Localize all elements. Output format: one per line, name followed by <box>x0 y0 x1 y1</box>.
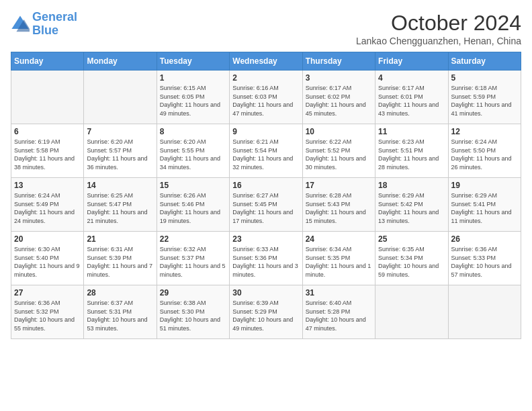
day-number: 3 <box>306 73 372 83</box>
calendar-cell: 20Sunrise: 6:30 AMSunset: 5:40 PMDayligh… <box>11 232 84 285</box>
cell-info: Sunrise: 6:19 AMSunset: 5:58 PMDaylight:… <box>14 138 81 171</box>
calendar-cell: 30Sunrise: 6:39 AMSunset: 5:29 PMDayligh… <box>230 285 302 339</box>
logo-line2: Blue <box>32 24 58 37</box>
day-number: 2 <box>232 73 299 83</box>
day-number: 31 <box>306 288 372 298</box>
day-number: 21 <box>87 234 153 244</box>
calendar-cell: 19Sunrise: 6:29 AMSunset: 5:41 PMDayligh… <box>448 178 521 232</box>
page-header: General Blue October 2024 Lankao Chenggu… <box>11 11 521 46</box>
calendar-cell <box>11 71 84 124</box>
cell-info: Sunrise: 6:18 AMSunset: 5:59 PMDaylight:… <box>451 84 518 118</box>
cell-info: Sunrise: 6:22 AMSunset: 5:52 PMDaylight:… <box>306 138 372 171</box>
calendar-cell: 9Sunrise: 6:21 AMSunset: 5:54 PMDaylight… <box>230 124 302 178</box>
cell-info: Sunrise: 6:26 AMSunset: 5:46 PMDaylight:… <box>160 191 226 225</box>
weekday-header-row: SundayMondayTuesdayWednesdayThursdayFrid… <box>11 52 521 71</box>
calendar-table: SundayMondayTuesdayWednesdayThursdayFrid… <box>11 52 521 339</box>
calendar-cell: 4Sunrise: 6:17 AMSunset: 6:01 PMDaylight… <box>375 71 448 124</box>
logo: General Blue <box>11 11 77 38</box>
cell-info: Sunrise: 6:40 AMSunset: 5:28 PMDaylight:… <box>306 299 372 332</box>
cell-info: Sunrise: 6:33 AMSunset: 5:36 PMDaylight:… <box>232 245 299 279</box>
calendar-cell: 3Sunrise: 6:17 AMSunset: 6:02 PMDaylight… <box>302 71 375 124</box>
cell-info: Sunrise: 6:28 AMSunset: 5:43 PMDaylight:… <box>306 191 372 225</box>
weekday-header-saturday: Saturday <box>448 52 521 71</box>
cell-info: Sunrise: 6:24 AMSunset: 5:50 PMDaylight:… <box>451 138 518 171</box>
calendar-cell: 21Sunrise: 6:31 AMSunset: 5:39 PMDayligh… <box>84 232 157 285</box>
day-number: 23 <box>232 234 299 244</box>
weekday-header-friday: Friday <box>375 52 448 71</box>
weekday-header-thursday: Thursday <box>302 52 375 71</box>
cell-info: Sunrise: 6:38 AMSunset: 5:30 PMDaylight:… <box>160 299 226 332</box>
calendar-cell: 16Sunrise: 6:27 AMSunset: 5:45 PMDayligh… <box>230 178 302 232</box>
day-number: 1 <box>160 73 226 83</box>
calendar-week-row: 20Sunrise: 6:30 AMSunset: 5:40 PMDayligh… <box>11 232 521 285</box>
day-number: 16 <box>232 181 299 190</box>
calendar-cell: 1Sunrise: 6:15 AMSunset: 6:05 PMDaylight… <box>157 71 229 124</box>
cell-info: Sunrise: 6:32 AMSunset: 5:37 PMDaylight:… <box>160 245 226 279</box>
weekday-header-tuesday: Tuesday <box>157 52 229 71</box>
calendar-cell: 12Sunrise: 6:24 AMSunset: 5:50 PMDayligh… <box>448 124 521 178</box>
location: Lankao Chengguanzhen, Henan, China <box>356 36 521 46</box>
calendar-cell: 28Sunrise: 6:37 AMSunset: 5:31 PMDayligh… <box>84 285 157 339</box>
day-number: 29 <box>160 288 226 298</box>
day-number: 5 <box>451 73 518 83</box>
calendar-cell: 22Sunrise: 6:32 AMSunset: 5:37 PMDayligh… <box>157 232 229 285</box>
calendar-cell: 18Sunrise: 6:29 AMSunset: 5:42 PMDayligh… <box>375 178 448 232</box>
cell-info: Sunrise: 6:35 AMSunset: 5:34 PMDaylight:… <box>378 245 445 279</box>
calendar-week-row: 27Sunrise: 6:36 AMSunset: 5:32 PMDayligh… <box>11 285 521 339</box>
day-number: 26 <box>451 234 518 244</box>
cell-info: Sunrise: 6:36 AMSunset: 5:32 PMDaylight:… <box>14 299 81 332</box>
cell-info: Sunrise: 6:17 AMSunset: 6:02 PMDaylight:… <box>306 84 372 118</box>
calendar-week-row: 13Sunrise: 6:24 AMSunset: 5:49 PMDayligh… <box>11 178 521 232</box>
day-number: 18 <box>378 181 445 190</box>
calendar-cell: 15Sunrise: 6:26 AMSunset: 5:46 PMDayligh… <box>157 178 229 232</box>
calendar-week-row: 1Sunrise: 6:15 AMSunset: 6:05 PMDaylight… <box>11 71 521 124</box>
cell-info: Sunrise: 6:17 AMSunset: 6:01 PMDaylight:… <box>378 84 445 118</box>
calendar-cell: 2Sunrise: 6:16 AMSunset: 6:03 PMDaylight… <box>230 71 302 124</box>
calendar-cell: 10Sunrise: 6:22 AMSunset: 5:52 PMDayligh… <box>302 124 375 178</box>
day-number: 15 <box>160 181 226 190</box>
cell-info: Sunrise: 6:27 AMSunset: 5:45 PMDaylight:… <box>232 191 299 225</box>
day-number: 6 <box>14 127 81 136</box>
cell-info: Sunrise: 6:39 AMSunset: 5:29 PMDaylight:… <box>232 299 299 332</box>
day-number: 27 <box>14 288 81 298</box>
cell-info: Sunrise: 6:29 AMSunset: 5:42 PMDaylight:… <box>378 191 445 225</box>
day-number: 12 <box>451 127 518 136</box>
calendar-cell: 26Sunrise: 6:36 AMSunset: 5:33 PMDayligh… <box>448 232 521 285</box>
cell-info: Sunrise: 6:23 AMSunset: 5:51 PMDaylight:… <box>378 138 445 171</box>
day-number: 25 <box>378 234 445 244</box>
calendar-cell: 17Sunrise: 6:28 AMSunset: 5:43 PMDayligh… <box>302 178 375 232</box>
calendar-week-row: 6Sunrise: 6:19 AMSunset: 5:58 PMDaylight… <box>11 124 521 178</box>
cell-info: Sunrise: 6:20 AMSunset: 5:57 PMDaylight:… <box>87 138 153 171</box>
cell-info: Sunrise: 6:21 AMSunset: 5:54 PMDaylight:… <box>232 138 299 171</box>
logo-icon <box>11 15 30 34</box>
calendar-cell: 7Sunrise: 6:20 AMSunset: 5:57 PMDaylight… <box>84 124 157 178</box>
month-title: October 2024 <box>356 11 521 36</box>
calendar-cell <box>448 285 521 339</box>
logo-text: General Blue <box>32 11 77 38</box>
day-number: 10 <box>306 127 372 136</box>
calendar-cell: 24Sunrise: 6:34 AMSunset: 5:35 PMDayligh… <box>302 232 375 285</box>
calendar-cell: 23Sunrise: 6:33 AMSunset: 5:36 PMDayligh… <box>230 232 302 285</box>
calendar-cell <box>84 71 157 124</box>
cell-info: Sunrise: 6:34 AMSunset: 5:35 PMDaylight:… <box>306 245 372 279</box>
day-number: 28 <box>87 288 153 298</box>
calendar-cell: 14Sunrise: 6:25 AMSunset: 5:47 PMDayligh… <box>84 178 157 232</box>
cell-info: Sunrise: 6:36 AMSunset: 5:33 PMDaylight:… <box>451 245 518 279</box>
day-number: 11 <box>378 127 445 136</box>
day-number: 9 <box>232 127 299 136</box>
cell-info: Sunrise: 6:31 AMSunset: 5:39 PMDaylight:… <box>87 245 153 279</box>
calendar-cell: 25Sunrise: 6:35 AMSunset: 5:34 PMDayligh… <box>375 232 448 285</box>
calendar-cell: 31Sunrise: 6:40 AMSunset: 5:28 PMDayligh… <box>302 285 375 339</box>
calendar-cell: 6Sunrise: 6:19 AMSunset: 5:58 PMDaylight… <box>11 124 84 178</box>
cell-info: Sunrise: 6:24 AMSunset: 5:49 PMDaylight:… <box>14 191 81 225</box>
weekday-header-wednesday: Wednesday <box>230 52 302 71</box>
weekday-header-sunday: Sunday <box>11 52 84 71</box>
day-number: 14 <box>87 181 153 190</box>
calendar-cell: 29Sunrise: 6:38 AMSunset: 5:30 PMDayligh… <box>157 285 229 339</box>
cell-info: Sunrise: 6:30 AMSunset: 5:40 PMDaylight:… <box>14 245 81 279</box>
day-number: 22 <box>160 234 226 244</box>
day-number: 19 <box>451 181 518 190</box>
calendar-cell: 13Sunrise: 6:24 AMSunset: 5:49 PMDayligh… <box>11 178 84 232</box>
calendar-cell: 27Sunrise: 6:36 AMSunset: 5:32 PMDayligh… <box>11 285 84 339</box>
cell-info: Sunrise: 6:20 AMSunset: 5:55 PMDaylight:… <box>160 138 226 171</box>
